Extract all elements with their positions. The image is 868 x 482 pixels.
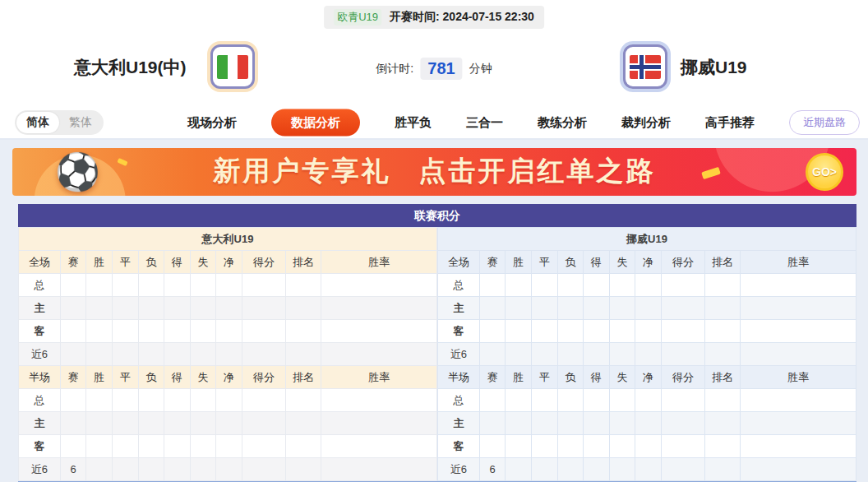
stat-cell [216,389,242,412]
stat-cell [112,412,138,435]
stat-cell [531,274,557,297]
stat-cell [138,458,164,481]
stat-cell [286,320,321,343]
stat-cell [705,343,741,366]
stat-cell [86,297,113,320]
stat-cell [164,412,191,435]
row-label: 近6 [438,458,480,481]
stat-cell: 6 [60,458,86,481]
tab-item[interactable]: 胜平负 [395,114,432,130]
stat-cell [86,435,113,458]
row-label: 主 [19,412,61,435]
stat-cell [242,343,285,366]
stat-cell [609,343,635,366]
col-header: 平 [112,366,138,389]
stat-cell [112,297,138,320]
stat-cell [584,435,610,458]
match-header: 欧青U19 开赛时间: 2024-07-15 22:30 意大利U19(中) 倒… [0,0,868,106]
stat-cell [216,320,242,343]
countdown-unit: 分钟 [469,62,492,76]
col-header: 平 [531,251,557,274]
stat-cell [60,389,86,412]
norway-flag-icon [623,44,667,89]
stat-cell [506,320,532,343]
stat-cell [138,274,164,297]
row-label: 总 [19,389,61,412]
stat-cell [479,435,506,458]
stat-cell [506,412,532,435]
col-header: 胜 [86,251,113,274]
stat-cell [112,343,138,366]
stat-cell [705,297,741,320]
countdown: 倒计时: 781 分钟 [376,58,492,80]
row-label: 主 [438,297,480,320]
countdown-label: 倒计时: [376,62,413,76]
tab-item[interactable]: 高手推荐 [705,114,755,130]
col-header: 胜率 [741,251,856,274]
table-row: 客 [19,435,437,458]
language-toggle[interactable]: 简体繁体 [15,110,104,135]
col-header: 得分 [661,251,704,274]
stat-cell [705,412,741,435]
stat-cell [609,274,635,297]
stat-cell [190,297,216,320]
stat-cell [661,320,704,343]
stat-cell [321,320,437,343]
col-header: 失 [190,366,216,389]
stat-cell [164,320,191,343]
stat-cell [112,274,138,297]
stat-cell [661,297,704,320]
lang-option[interactable]: 简体 [16,112,59,133]
tab-item[interactable]: 教练分析 [538,114,587,130]
stat-cell [479,412,506,435]
stat-cell [506,297,532,320]
stat-cell [609,435,635,458]
team-header-row: 意大利U19 [19,228,437,251]
table-row: 主 [19,412,437,435]
row-label: 近6 [19,458,61,481]
tab-item[interactable]: 三合一 [466,114,503,130]
stat-cell [557,389,584,412]
col-header: 得分 [242,366,285,389]
col-header: 得 [584,366,610,389]
row-label: 总 [438,274,480,297]
lang-option[interactable]: 繁体 [59,112,102,133]
stat-cell [190,412,216,435]
column-header-row: 半场赛胜平负得失净得分排名胜率 [19,366,437,389]
stat-cell [506,343,532,366]
col-header: 净 [635,366,662,389]
stat-cell [531,389,557,412]
stat-cell [531,320,557,343]
stat-cell [242,320,285,343]
stat-cell [60,320,86,343]
away-team-table: 挪威U19全场赛胜平负得失净得分排名胜率总主客近6半场赛胜平负得失净得分排名胜率… [437,227,856,481]
stat-cell [479,343,506,366]
team-header: 挪威U19 [438,228,856,251]
stat-cell [60,435,86,458]
tab-item[interactable]: 数据分析 [271,109,360,136]
stat-cell [190,435,216,458]
stat-cell [112,435,138,458]
col-header: 净 [216,366,242,389]
stat-cell [705,274,741,297]
stat-cell [741,343,856,366]
col-header: 净 [216,251,242,274]
stat-cell [635,320,662,343]
table-row: 客 [19,320,437,343]
col-header: 胜率 [321,366,437,389]
stat-cell [286,274,321,297]
col-header: 得 [164,251,191,274]
col-header: 得 [584,251,610,274]
tab-item[interactable]: 裁判分析 [621,114,671,130]
stat-cell [705,435,741,458]
col-header: 半场 [438,366,480,389]
go-button[interactable]: GO> [806,153,843,191]
recent-trend-button[interactable]: 近期盘路 [789,110,860,135]
home-team-table: 意大利U19全场赛胜平负得失净得分排名胜率总主客近6半场赛胜平负得失净得分排名胜… [18,227,437,481]
promo-banner[interactable]: ⚽ 新用户专享礼点击开启红单之路 GO> [12,148,856,196]
col-header: 负 [138,251,164,274]
stat-cell [164,389,191,412]
stat-cell [138,412,164,435]
tab-item[interactable]: 现场分析 [187,114,237,130]
stat-cell [321,343,437,366]
